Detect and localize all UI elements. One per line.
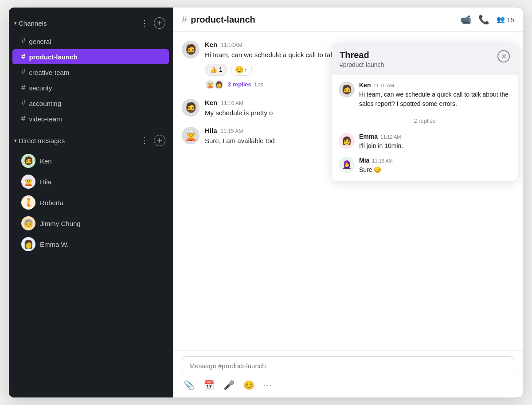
- channel-header-hash-icon: #: [182, 14, 187, 25]
- message-time: 11:10 AM: [221, 100, 243, 106]
- message-avatar: 🧔: [182, 41, 200, 58]
- channel-header-left: # product-launch: [182, 14, 255, 25]
- thread-message-row: 🧔 Ken 11:10 AM Hi team, can we schedule …: [339, 82, 511, 109]
- dm-roberta-avatar: 🧜: [21, 195, 35, 210]
- dm-section-header: ▾ Direct mesages ⋮ +: [9, 132, 172, 149]
- thread-message-body: Ken 11:10 AM Hi team, can we schedule a …: [359, 82, 511, 109]
- reaction-emoji: 👍: [210, 66, 217, 73]
- thread-message-author: Mia: [359, 157, 369, 164]
- message-input[interactable]: [189, 362, 507, 370]
- thread-message-text: Hi team, can we schedule a quick call to…: [359, 90, 511, 109]
- dm-section-title: ▾ Direct mesages: [14, 137, 65, 144]
- thumbs-up-reaction[interactable]: 👍 1: [205, 64, 227, 76]
- reaction-count: 1: [219, 66, 223, 73]
- channels-section-title: ▾ Channels: [14, 19, 47, 27]
- channels-more-button[interactable]: ⋮: [139, 18, 150, 28]
- dm-emma[interactable]: 👩 Emma W.: [12, 234, 169, 254]
- channel-video-team[interactable]: # video-team: [12, 111, 169, 126]
- thread-message-time: 11:12 AM: [380, 134, 401, 140]
- dm-jimmy-label: Jimmy Chung: [40, 220, 81, 227]
- add-reaction-button[interactable]: 😊+: [231, 64, 252, 76]
- thread-message-meta: Emma 11:12 AM: [359, 133, 403, 140]
- channels-label: Channels: [19, 19, 47, 27]
- channels-section-header: ▾ Channels ⋮ +: [9, 15, 172, 31]
- channel-accounting[interactable]: # accounting: [12, 96, 169, 111]
- channel-header-right: 📹 📞 👥 15: [460, 14, 514, 25]
- dm-emma-avatar: 👩: [21, 237, 35, 251]
- thread-message-avatar: 🧔: [339, 82, 355, 97]
- dm-more-button[interactable]: ⋮: [139, 136, 150, 145]
- dm-roberta[interactable]: 🧜 Roberta: [12, 192, 169, 213]
- channels-actions: ⋮ +: [139, 17, 165, 29]
- thread-message-text: Sure 😊: [359, 165, 393, 175]
- members-count: 15: [507, 16, 514, 23]
- dm-section: ▾ Direct mesages ⋮ + 🧔 Ken 🧝 Hila 🧜 Robe…: [9, 132, 172, 255]
- members-button[interactable]: 👥 15: [497, 16, 514, 23]
- emoji-icon[interactable]: 😊: [243, 380, 254, 390]
- channel-general-label: general: [29, 38, 51, 45]
- thread-message-time: 11:10 AM: [373, 83, 394, 88]
- channel-hash-icon: #: [21, 83, 25, 92]
- thread-message-body: Emma 11:12 AM I'll join in 10min.: [359, 133, 403, 151]
- message-author: Ken: [205, 99, 217, 106]
- input-toolbar: 📎 📅 🎤 😊 ⋯: [182, 380, 514, 390]
- thread-panel: Thread #product-launch ✕ 🧔 Ken 11:10 AM …: [332, 43, 518, 181]
- channel-list: # general # product-launch # creative-te…: [9, 33, 172, 127]
- thread-replies-divider: 2 replies: [339, 115, 511, 127]
- thread-close-button[interactable]: ✕: [497, 50, 510, 62]
- thread-panel-title-area: Thread #product-launch: [340, 50, 384, 68]
- dm-actions: ⋮ +: [139, 135, 165, 146]
- mic-icon[interactable]: 🎤: [223, 380, 235, 390]
- dm-hila[interactable]: 🧝 Hila: [12, 171, 169, 192]
- dm-hila-avatar: 🧝: [21, 175, 35, 189]
- channel-product-launch-label: product-launch: [29, 53, 77, 61]
- channel-hash-icon: #: [21, 52, 25, 61]
- more-icon[interactable]: ⋯: [263, 380, 272, 390]
- dm-ken-label: Ken: [40, 157, 52, 165]
- channel-creative-team[interactable]: # creative-team: [12, 65, 169, 80]
- channel-general[interactable]: # general: [12, 34, 169, 49]
- message-avatar: 🧝: [182, 127, 200, 144]
- channel-hash-icon: #: [21, 99, 25, 108]
- channel-security-label: security: [29, 84, 52, 92]
- channel-hash-icon: #: [21, 114, 25, 123]
- members-icon: 👥: [497, 16, 505, 23]
- dm-ken[interactable]: 🧔 Ken: [12, 151, 169, 171]
- message-author: Ken: [205, 41, 217, 48]
- video-call-icon[interactable]: 📹: [460, 14, 471, 25]
- message-avatar: 🧔: [182, 99, 200, 117]
- sidebar: ▾ Channels ⋮ + # general # product-launc…: [9, 8, 173, 397]
- thread-avatar-2: 👩: [214, 79, 224, 90]
- channel-product-launch[interactable]: # product-launch: [12, 49, 169, 64]
- thread-panel-header: Thread #product-launch ✕: [332, 43, 518, 75]
- thread-message-author: Emma: [359, 133, 378, 140]
- channel-header-name: product-launch: [191, 15, 255, 25]
- dm-jimmy[interactable]: 🧓 Jimmy Chung: [12, 213, 169, 234]
- thread-message-row: 🧕 Mia 11:15 AM Sure 😊: [339, 157, 511, 175]
- message-input-box: [182, 356, 514, 375]
- channel-hash-icon: #: [21, 37, 25, 46]
- attachment-icon[interactable]: 📎: [184, 380, 195, 390]
- message-time: 11:15 AM: [221, 128, 243, 134]
- thread-message-time: 11:15 AM: [372, 158, 392, 164]
- voice-call-icon[interactable]: 📞: [478, 14, 489, 25]
- thread-replies-text[interactable]: 2 replies: [228, 81, 251, 88]
- thread-divider-text: 2 replies: [414, 117, 435, 124]
- thread-message-avatar: 🧕: [339, 157, 355, 173]
- channel-security[interactable]: # security: [12, 80, 169, 95]
- thread-message-row: 👩 Emma 11:12 AM I'll join in 10min.: [339, 133, 511, 151]
- message-input-area: 📎 📅 🎤 😊 ⋯: [173, 350, 523, 397]
- channels-add-button[interactable]: +: [154, 17, 165, 29]
- dm-add-button[interactable]: +: [154, 135, 165, 146]
- thread-channel-ref: #product-launch: [340, 61, 384, 68]
- main-content: # product-launch 📹 📞 👥 15 🧔 Ken: [173, 8, 523, 397]
- dm-chevron-icon: ▾: [14, 138, 17, 144]
- thread-avatars: 🧝 👩: [205, 79, 224, 90]
- thread-last-text: Las: [255, 82, 263, 88]
- dm-jimmy-avatar: 🧓: [21, 216, 35, 230]
- thread-message-body: Mia 11:15 AM Sure 😊: [359, 157, 393, 175]
- thread-message-text: I'll join in 10min.: [359, 141, 403, 151]
- calendar-icon[interactable]: 📅: [203, 380, 215, 390]
- thread-title: Thread: [340, 50, 384, 60]
- dm-hila-label: Hila: [40, 178, 51, 186]
